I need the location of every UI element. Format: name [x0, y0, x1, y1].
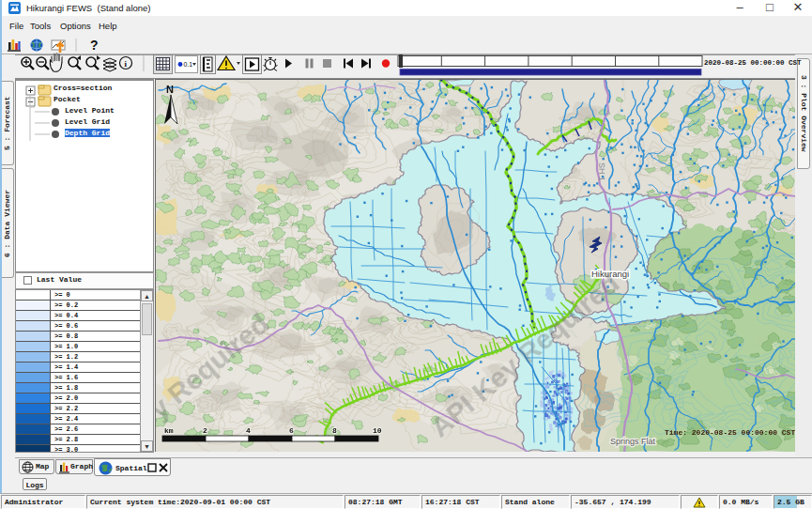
svg-text:2020-08-25 00:00:00 CST: 2020-08-25 00:00:00 CST — [704, 59, 802, 67]
svg-text:4: 4 — [246, 426, 251, 435]
svg-text:i: i — [125, 59, 128, 69]
svg-text:N: N — [166, 84, 174, 95]
svg-text:Time: 2020-08-25 00:00:00 CST: Time: 2020-08-25 00:00:00 CST — [665, 428, 795, 437]
svg-text:SH 1: SH 1 — [597, 162, 606, 181]
svg-text:6: 6 — [289, 426, 294, 435]
svg-text:10: 10 — [373, 426, 382, 435]
svg-text:Springs Flat: Springs Flat — [610, 437, 656, 446]
svg-text:0.1: 0.1 — [184, 61, 193, 68]
svg-text:2: 2 — [203, 426, 207, 435]
svg-text:km: km — [164, 426, 174, 435]
svg-text:8: 8 — [332, 426, 337, 435]
